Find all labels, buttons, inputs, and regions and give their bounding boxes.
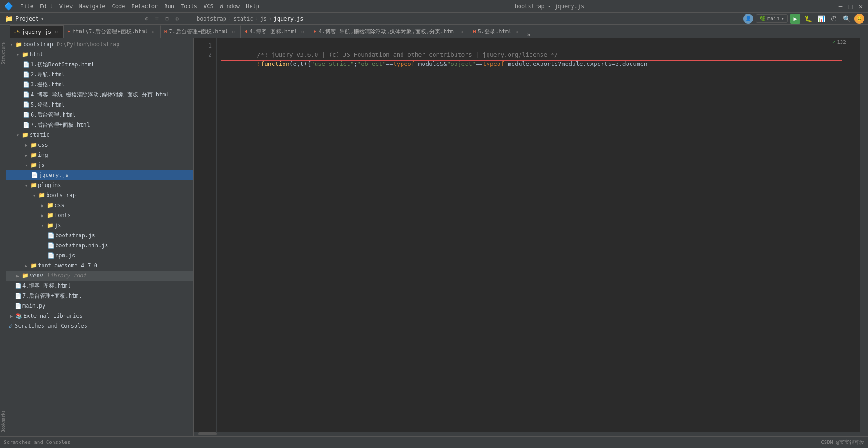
debug-button[interactable]: 🐛	[803, 14, 813, 24]
tree-item-external-libs[interactable]: ▶ 📚 External Libraries	[6, 311, 193, 321]
tree-label-css: css	[38, 142, 48, 148]
tree-label-7-panel-root: 7.后台管理+面板.html	[22, 292, 82, 300]
tree-label-2-nav: 2.导航.html	[31, 71, 65, 79]
menu-edit[interactable]: Edit	[37, 2, 56, 11]
close-button[interactable]: ✕	[857, 3, 864, 10]
tree-item-css[interactable]: ▶ 📁 css	[6, 140, 193, 150]
project-icon: 📁	[4, 14, 14, 24]
tree-item-img[interactable]: ▶ 📁 img	[6, 150, 193, 160]
menu-view[interactable]: View	[57, 2, 75, 11]
menu-navigate[interactable]: Navigate	[76, 2, 108, 11]
breadcrumb-project[interactable]: Project	[16, 16, 39, 22]
tree-item-6-admin[interactable]: 📄 6.后台管理.html	[6, 110, 193, 120]
scrollbar-thumb[interactable]	[198, 432, 217, 435]
tree-item-html-folder[interactable]: ▾ 📁 html	[6, 49, 193, 59]
editor-scrollbar[interactable]	[194, 432, 860, 436]
menu-help[interactable]: Help	[243, 2, 262, 11]
tree-item-static-folder[interactable]: ▾ 📁 static	[6, 130, 193, 140]
file-tree[interactable]: ▾ 📁 bootstrap D:\Python\bootstrap ▾ 📁 ht…	[6, 38, 193, 436]
tree-item-bootstrap-min-js[interactable]: 📄 bootstrap.min.js	[6, 240, 193, 251]
breadcrumb-sep-3: ›	[268, 16, 272, 22]
structure-side-tab[interactable]: Structure	[0, 38, 6, 68]
tree-item-bootstrap-js[interactable]: 📄 bootstrap.js	[6, 230, 193, 240]
close-panel-button[interactable]: —	[183, 15, 191, 23]
restore-button[interactable]: □	[847, 3, 854, 10]
html-icon-3: 📄	[23, 81, 30, 88]
code-module: module&&	[418, 60, 447, 67]
tree-item-2-nav[interactable]: 📄 2.导航.html	[6, 69, 193, 80]
string-object: "object"	[357, 60, 386, 67]
tree-label-bootstrap-js: bootstrap.js	[55, 232, 95, 239]
menu-run[interactable]: Run	[161, 2, 177, 11]
menu-tools[interactable]: Tools	[178, 2, 200, 11]
breadcrumb-js[interactable]: js	[260, 16, 267, 22]
avatar-button[interactable]: 😊	[854, 14, 864, 24]
tree-item-font-awesome[interactable]: ▶ 📁 font-awesome-4.7.0	[6, 261, 193, 271]
tab-4-icon[interactable]: H 4.博客-图标.html ✕	[241, 25, 310, 38]
scratches-status[interactable]: Scratches and Consoles	[4, 439, 70, 445]
breadcrumb-bootstrap[interactable]: bootstrap	[197, 16, 226, 22]
tab-jquery-js-close[interactable]: ✕	[53, 29, 59, 35]
menu-refactor[interactable]: Refactor	[129, 2, 161, 11]
tree-item-plugins[interactable]: ▾ 📁 plugins	[6, 180, 193, 190]
line-num-1: 1	[194, 41, 216, 50]
tab-4-blog-label: 4.博客-导航,栅格清除浮动,媒体对象,面板,分页.html	[318, 28, 457, 36]
tree-item-7-panel[interactable]: 📄 7.后台管理+面板.html	[6, 120, 193, 130]
tab-html7-panel[interactable]: H html\7.后台管理+面板.html ✕	[64, 25, 161, 38]
profile-button[interactable]: ⏱	[829, 14, 839, 24]
tab-jquery-js[interactable]: JS jquery.js ✕	[10, 25, 64, 38]
html-icon-4-icon: 📄	[15, 283, 21, 289]
tree-item-main-py[interactable]: 📄 main.py	[6, 301, 193, 311]
csdn-credit: CSDN @宝宝很可爱	[821, 439, 864, 446]
bookmarks-side-tab[interactable]: Bookmarks	[0, 406, 6, 436]
tabs-more-button[interactable]: »	[524, 32, 533, 38]
coverage-button[interactable]: 📊	[816, 14, 826, 24]
code-area[interactable]: /*! jQuery v3.6.0 | (c) JS Foundation an…	[217, 38, 860, 432]
tree-item-bootstrap[interactable]: ▾ 📁 bootstrap D:\Python\bootstrap	[6, 39, 193, 49]
tab-5-login-close[interactable]: ✕	[514, 29, 520, 35]
tree-item-venv[interactable]: ▶ 📁 venv library root	[6, 271, 193, 281]
tab-7-panel-close[interactable]: ✕	[230, 29, 236, 35]
tree-item-jquery-js[interactable]: 📄 jquery.js	[6, 170, 193, 180]
tree-item-plugin-fonts[interactable]: ▶ 📁 fonts	[6, 210, 193, 220]
title-bar-title: bootstrap - jquery.js	[515, 3, 584, 10]
tab-html7-panel-close[interactable]: ✕	[150, 29, 156, 35]
menu-code[interactable]: Code	[109, 2, 128, 11]
tree-item-4-icon-html[interactable]: 📄 4.博客-图标.html	[6, 281, 193, 291]
tree-arrow-plugin-fonts: ▶	[39, 213, 46, 218]
user-avatar-button[interactable]: 👤	[743, 14, 753, 24]
tree-item-plugin-css[interactable]: ▶ 📁 css	[6, 200, 193, 210]
tab-7-panel[interactable]: H 7.后台管理+面板.html ✕	[161, 25, 241, 38]
collapse-all-button[interactable]: ≡	[153, 15, 161, 23]
tree-label-plugin-fonts: fonts	[54, 212, 71, 219]
string-object2: "object"	[447, 60, 476, 67]
tab-4-icon-close[interactable]: ✕	[300, 29, 306, 35]
breadcrumb-file[interactable]: jquery.js	[274, 16, 304, 22]
tree-item-plugin-js[interactable]: ▾ 📁 js	[6, 220, 193, 230]
search-button[interactable]: 🔍	[841, 14, 852, 24]
tree-label-scratches: Scratches and Consoles	[15, 323, 87, 329]
tree-item-scratches[interactable]: 🖊 Scratches and Consoles	[6, 321, 193, 331]
run-button[interactable]: ▶	[790, 14, 800, 24]
tree-item-5-login[interactable]: 📄 5.登录.html	[6, 100, 193, 110]
branch-selector[interactable]: 🌿 main ▾	[756, 14, 788, 23]
tree-item-npm-js[interactable]: 📄 npm.js	[6, 251, 193, 261]
expand-all-button[interactable]: ⊟	[163, 15, 171, 23]
minimize-button[interactable]: ─	[837, 3, 844, 10]
menu-file[interactable]: File	[17, 2, 36, 11]
tree-item-js-folder[interactable]: ▾ 📁 js	[6, 160, 193, 170]
menu-window[interactable]: Window	[217, 2, 242, 11]
tab-5-login[interactable]: H 5.登录.html ✕	[469, 25, 524, 38]
tab-4-blog[interactable]: H 4.博客-导航,栅格清除浮动,媒体对象,面板,分页.html ✕	[310, 25, 469, 38]
tree-item-1-bootstrap[interactable]: 📄 1.初始BootStrap.html	[6, 59, 193, 69]
locate-in-tree-button[interactable]: ⊕	[143, 15, 151, 23]
settings-button[interactable]: ⚙	[173, 15, 181, 23]
tree-item-7-panel-root[interactable]: 📄 7.后台管理+面板.html	[6, 291, 193, 301]
tree-item-bootstrap-plugin[interactable]: ▾ 📁 bootstrap	[6, 190, 193, 200]
tab-4-blog-close[interactable]: ✕	[459, 29, 465, 35]
breadcrumb-static[interactable]: static	[233, 16, 253, 22]
tree-item-4-blog[interactable]: 📄 4.博客-导航,栅格清除浮动,媒体对象.面板.分页.html	[6, 90, 193, 100]
icon-external-libs: 📚	[16, 313, 22, 319]
tree-item-3-grid[interactable]: 📄 3.栅格.html	[6, 80, 193, 90]
menu-vcs[interactable]: VCS	[201, 2, 216, 11]
